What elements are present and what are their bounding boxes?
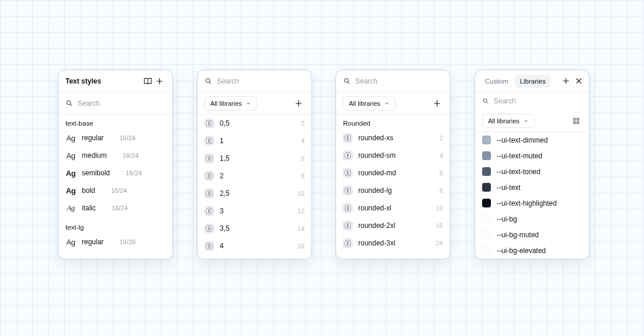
variable-value: 2 bbox=[301, 120, 304, 127]
color-swatch bbox=[482, 214, 491, 223]
search-icon bbox=[343, 77, 351, 85]
variable-item[interactable]: rounded-lg8 bbox=[336, 182, 450, 199]
group-label: text-lg bbox=[58, 217, 172, 233]
variable-item[interactable]: rounded-3xl24 bbox=[336, 234, 450, 252]
text-style-item[interactable]: Agitalic·16/24 bbox=[58, 199, 172, 217]
library-filter[interactable]: All libraries bbox=[343, 96, 396, 110]
add-variable-button[interactable] bbox=[293, 98, 304, 109]
variable-icon bbox=[343, 203, 352, 213]
text-style-item[interactable]: Agregular·16/24 bbox=[58, 129, 172, 147]
close-button[interactable] bbox=[573, 75, 584, 87]
library-filter[interactable]: All libraries bbox=[482, 114, 535, 128]
variable-item[interactable]: 0,52 bbox=[198, 115, 311, 132]
color-variable-item[interactable]: --ui-text-highlighted bbox=[475, 195, 589, 211]
search-row bbox=[58, 92, 172, 115]
variable-icon bbox=[205, 189, 214, 198]
tab-custom[interactable]: Custom bbox=[480, 75, 514, 88]
variable-icon bbox=[205, 119, 214, 128]
text-style-item[interactable]: Agmedium·16/24 bbox=[58, 147, 172, 164]
variable-name: rounded-sm bbox=[358, 151, 396, 160]
variable-name: --ui-text bbox=[497, 183, 521, 192]
search-icon bbox=[205, 77, 212, 85]
library-filter[interactable]: All libraries bbox=[205, 96, 257, 110]
text-style-item[interactable]: Agbold·16/24 bbox=[58, 182, 172, 199]
style-name: italic bbox=[82, 204, 96, 212]
search-input[interactable] bbox=[217, 77, 304, 85]
variable-name: --ui-text-toned bbox=[497, 168, 541, 176]
style-meta: 16/24 bbox=[126, 169, 142, 176]
radius-variables-panel: All libraries Rounded rounded-xs2rounded… bbox=[335, 70, 451, 259]
variable-item[interactable]: 28 bbox=[198, 167, 311, 185]
variable-item[interactable]: 312 bbox=[198, 202, 311, 220]
panel-title: Text styles bbox=[65, 77, 142, 85]
add-button[interactable] bbox=[560, 75, 572, 87]
color-variable-item[interactable]: --ui-bg-muted bbox=[475, 227, 589, 243]
color-variable-item[interactable]: --ui-bg bbox=[475, 211, 589, 227]
variable-icon bbox=[343, 186, 352, 195]
color-variable-item[interactable]: --ui-text-muted bbox=[475, 148, 589, 164]
variable-item[interactable]: 3,514 bbox=[198, 220, 311, 237]
text-styles-panel: Text styles text-baseAgregular·16/24Agme… bbox=[58, 70, 173, 259]
search-input[interactable] bbox=[494, 97, 582, 105]
search-row bbox=[475, 92, 589, 110]
variable-item[interactable]: 14 bbox=[198, 132, 311, 150]
add-variable-button[interactable] bbox=[431, 98, 443, 109]
variable-name: --ui-bg-elevated bbox=[497, 247, 546, 255]
variable-name: --ui-text-highlighted bbox=[497, 199, 557, 207]
tab-libraries[interactable]: Libraries bbox=[515, 75, 551, 88]
variable-name: 2 bbox=[220, 172, 224, 180]
variable-value: 12 bbox=[297, 207, 304, 214]
variable-name: --ui-bg-muted bbox=[497, 231, 539, 239]
variable-value: 10 bbox=[297, 190, 304, 197]
variable-item[interactable]: rounded-xl12 bbox=[336, 199, 450, 217]
color-variable-item[interactable]: --ui-text-dimmed bbox=[475, 132, 589, 148]
color-variable-item[interactable]: --ui-bg-elevated bbox=[475, 243, 589, 258]
color-swatch bbox=[482, 199, 491, 207]
variable-value: 12 bbox=[436, 205, 443, 212]
variable-name: 2,5 bbox=[220, 189, 230, 198]
variable-icon bbox=[205, 171, 214, 181]
variable-item[interactable]: rounded-2xl16 bbox=[336, 217, 450, 234]
variable-value: 8 bbox=[439, 187, 443, 194]
variable-item[interactable]: rounded-md6 bbox=[336, 164, 450, 182]
tab-bar: CustomLibraries bbox=[475, 70, 589, 92]
variable-name: --ui-text-dimmed bbox=[497, 136, 548, 144]
variable-value: 16 bbox=[297, 243, 304, 250]
filter-row: All libraries bbox=[198, 92, 311, 115]
variable-value: 14 bbox=[297, 225, 304, 232]
text-style-item[interactable]: Agregular·18/28 bbox=[58, 233, 172, 251]
group-label: text-base bbox=[58, 115, 172, 129]
variable-item[interactable]: rounded-sm4 bbox=[336, 147, 450, 164]
text-style-item[interactable]: Agsemibold·16/24 bbox=[58, 164, 172, 182]
filter-label: All libraries bbox=[488, 117, 520, 124]
color-variable-item[interactable]: --ui-text-toned bbox=[475, 164, 589, 179]
search-input[interactable] bbox=[355, 77, 443, 85]
variable-item[interactable]: 416 bbox=[198, 237, 311, 255]
filter-label: All libraries bbox=[210, 100, 242, 107]
group-label: Rounded bbox=[336, 115, 450, 129]
grid-view-icon[interactable] bbox=[570, 115, 582, 127]
color-variable-item[interactable]: --ui-text bbox=[475, 179, 589, 195]
variable-value: 4 bbox=[301, 137, 304, 144]
style-name: bold bbox=[82, 186, 95, 195]
color-swatch bbox=[482, 183, 491, 192]
variable-value: 6 bbox=[301, 155, 304, 162]
type-sample-icon: Ag bbox=[65, 238, 76, 247]
filter-row: All libraries bbox=[336, 92, 450, 115]
variable-name: rounded-3xl bbox=[358, 239, 395, 247]
variable-name: 1 bbox=[220, 137, 224, 145]
variable-icon bbox=[343, 221, 352, 230]
style-name: medium bbox=[82, 151, 107, 160]
search-input[interactable] bbox=[78, 99, 165, 108]
variable-item[interactable]: 1,56 bbox=[198, 150, 311, 167]
variable-item[interactable]: 2,510 bbox=[198, 185, 311, 202]
style-meta: 16/24 bbox=[111, 187, 127, 194]
variable-item[interactable]: rounded-xs2 bbox=[336, 129, 450, 147]
library-icon[interactable] bbox=[142, 75, 154, 87]
variable-value: 2 bbox=[439, 134, 443, 141]
type-sample-icon: Ag bbox=[65, 151, 76, 160]
style-meta: 18/28 bbox=[119, 238, 136, 245]
variable-icon bbox=[343, 168, 352, 178]
add-style-button[interactable] bbox=[154, 75, 165, 87]
variable-icon bbox=[343, 151, 352, 160]
